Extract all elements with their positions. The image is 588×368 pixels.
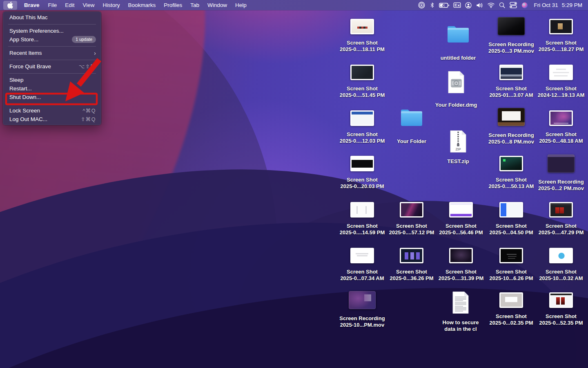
menubar-item-help[interactable]: Help [231, 0, 251, 10]
menu-item-system-preferences[interactable]: System Preferences... [3, 27, 101, 35]
desktop-icon-label: Your Folder [397, 138, 426, 145]
menu-bar-status: Fri Oct 31 5:29 PM [418, 0, 588, 10]
desktop-icon-label-line2: 2025-0...52.35 PM [539, 320, 583, 326]
menubar-item-view[interactable]: View [79, 0, 99, 10]
status-icons [418, 0, 528, 10]
menu-item-about-this-mac[interactable]: About This Mac [3, 13, 101, 22]
desktop-icon-label: Screen Shot [539, 223, 584, 229]
menu-item-recent-items[interactable]: Recent Items› [3, 49, 101, 57]
desktop-icon-screen-shot-2025-0...20.03-pm[interactable]: Screen Shot 2025-0...20.03 PM [332, 156, 393, 189]
desktop-icon-label-line2: 2025-10...6.26 PM [490, 275, 533, 282]
menubar-item-history[interactable]: History [99, 0, 124, 10]
desktop-icon-label-line2: 2025-0....14.59 PM [340, 229, 385, 236]
volume-icon[interactable] [476, 0, 483, 10]
menu-item-label: Log Out MAC... [9, 116, 47, 122]
menu-item-label: Lock Screen [9, 108, 40, 114]
screenshot-thumbnail [350, 110, 374, 126]
menu-separator [8, 60, 96, 60]
desktop-icon-label: Screen Shot [490, 269, 533, 275]
desktop-icon-label: Screen Shot [489, 177, 534, 183]
desktop-icon-label: Screen Shot [340, 131, 385, 138]
menu-item-app-store[interactable]: App Store...1 update [3, 35, 101, 44]
desktop-icon-label: Screen Shot [389, 223, 434, 229]
menu-item-shut-down[interactable]: Shut Down... [3, 93, 101, 101]
desktop-icon-label: Screen Shot [390, 269, 434, 275]
desktop-icon-label: Screen Shot [439, 269, 484, 275]
desktop-icon-label-line2: 2025-0....18.11 PM [340, 46, 385, 53]
menu-separator [8, 104, 96, 104]
desktop-icon-screen-shot-2025-0....18.11-pm[interactable]: Screen Shot 2025-0....18.11 PM [332, 19, 393, 52]
menu-item-restart[interactable]: Restart... [3, 84, 101, 93]
account-icon[interactable] [465, 0, 472, 10]
menu-separator [8, 46, 96, 47]
menu-separator [8, 73, 96, 74]
menu-item-label: App Store... [9, 36, 38, 43]
control-center-icon[interactable] [509, 0, 517, 10]
screenshot-thumbnail [350, 156, 374, 171]
siri-icon[interactable] [521, 0, 528, 10]
desktop-icon-label-line2: 2025-0...56.46 PM [439, 229, 483, 236]
airplay-icon[interactable] [418, 0, 425, 10]
menubar-item-file[interactable]: File [44, 0, 61, 10]
menu-item-sleep[interactable]: Sleep [3, 76, 101, 84]
desktop-icon-label: TEST.zip [447, 158, 469, 165]
recording-thumbnail [498, 108, 525, 126]
menubar-item-edit[interactable]: Edit [61, 0, 78, 10]
menu-item-label: Force Quit Brave [9, 63, 51, 70]
screenshot-thumbnail [449, 248, 473, 263]
menu-item-label: Recent Items [9, 50, 42, 56]
menu-separator [8, 24, 96, 25]
menubar-item-tab[interactable]: Tab [186, 0, 203, 10]
menu-item-force-quit-brave[interactable]: Force Quit Brave⌥⇧⌘ [3, 62, 101, 71]
menu-bar: BraveFileEditViewHistoryBookmarksProfile… [0, 0, 588, 10]
desktop-icon-label-line2: 2025-0....18.27 PM [539, 46, 584, 53]
desktop-icon-label-line2: 2025-0...04.50 PM [490, 229, 533, 236]
menu-item-shortcut: ⇧⌘Q [81, 116, 96, 122]
menu-item-label: System Preferences... [9, 28, 64, 34]
menu-item-label: Shut Down... [9, 94, 41, 100]
wifi-icon[interactable] [487, 0, 495, 10]
desktop-icon-screen-recording-2025-10...pm.mov[interactable]: Screen Recording 2025-10...PM.mov [332, 291, 393, 328]
desktop-icon-label-line2: 2025-0...2 PM.mov [538, 185, 584, 192]
menubar-item-brave[interactable]: Brave [20, 0, 44, 10]
menu-item-lock-screen[interactable]: Lock Screen^⌘Q [3, 106, 101, 115]
update-badge: 1 update [72, 36, 96, 43]
desktop-icon-label: Screen Shot [340, 269, 384, 275]
input-icon[interactable] [453, 0, 461, 10]
apple-logo-icon [7, 2, 13, 9]
desktop-icon-screen-shot-2025-10...0.32-am[interactable]: Screen Shot 2025-10...0.32 AM [530, 248, 588, 281]
desktop-icon-label-line2: 2025-10...0.32 AM [539, 275, 583, 282]
desktop-icon-screen-shot-2025-0....51.45-pm[interactable]: Screen Shot 2025-0....51.45 PM [332, 65, 393, 98]
menu-item-label: About This Mac [9, 14, 48, 20]
recording-thumbnail [498, 17, 525, 35]
menu-item-log-out-mac[interactable]: Log Out MAC...⇧⌘Q [3, 115, 101, 123]
desktop-icon-untitled-folder[interactable]: untitled folder [428, 24, 489, 61]
desktop-icon-label-line2: 2025-0....51.45 PM [340, 92, 385, 99]
screenshot-thumbnail [400, 202, 423, 218]
apple-menu-button[interactable] [3, 1, 17, 10]
menubar-item-window[interactable]: Window [203, 0, 231, 10]
screenshot-thumbnail [449, 202, 473, 218]
desktop-icon-screen-recording-2025-0...2-pm.mov[interactable]: Screen Recording 2025-0...2 PM.mov [530, 155, 588, 191]
bluetooth-icon[interactable] [429, 0, 435, 10]
desktop-icon-test.zip[interactable]: ZIP TEST.zip [428, 130, 489, 165]
desktop-icon-screen-shot-2025-0....18.27-pm[interactable]: Screen Shot 2025-0....18.27 PM [530, 19, 588, 52]
desktop-icon-label-line2: 2025-0....47.29 PM [539, 229, 584, 236]
battery-icon[interactable] [439, 0, 450, 10]
desktop-icon-your-folder.dmg[interactable]: Your Folder.dmg [425, 71, 487, 108]
screenshot-thumbnail [499, 292, 523, 308]
screenshot-thumbnail [400, 248, 423, 263]
search-icon[interactable] [499, 0, 506, 10]
desktop-icon-screen-shot-2025-0...48.18-am[interactable]: Screen Shot 2025-0...48.18 AM [530, 110, 588, 144]
desktop-icon-screen-shot-2025-0...52.35-pm[interactable]: Screen Shot 2025-0...52.35 PM [530, 292, 588, 326]
desktop-icon-label: Screen Shot [340, 40, 385, 46]
desktop-icon-label: Screen Shot [341, 177, 384, 183]
desktop-icon-screen-shot-2025-0....47.29-pm[interactable]: Screen Shot 2025-0....47.29 PM [530, 202, 588, 236]
desktop-icon-screen-shot-2024-12...19.13-am[interactable]: Screen Shot 2024-12...19.13 AM [530, 65, 588, 98]
menubar-item-profiles[interactable]: Profiles [160, 0, 186, 10]
menu-item-label: Restart... [9, 85, 32, 92]
menu-bar-clock[interactable]: Fri Oct 31 5:29 PM [534, 2, 582, 8]
desktop-icon-label-line2: 2025-0...02.35 PM [490, 320, 533, 326]
menubar-item-bookmarks[interactable]: Bookmarks [124, 0, 160, 10]
screenshot-thumbnail [350, 19, 374, 34]
